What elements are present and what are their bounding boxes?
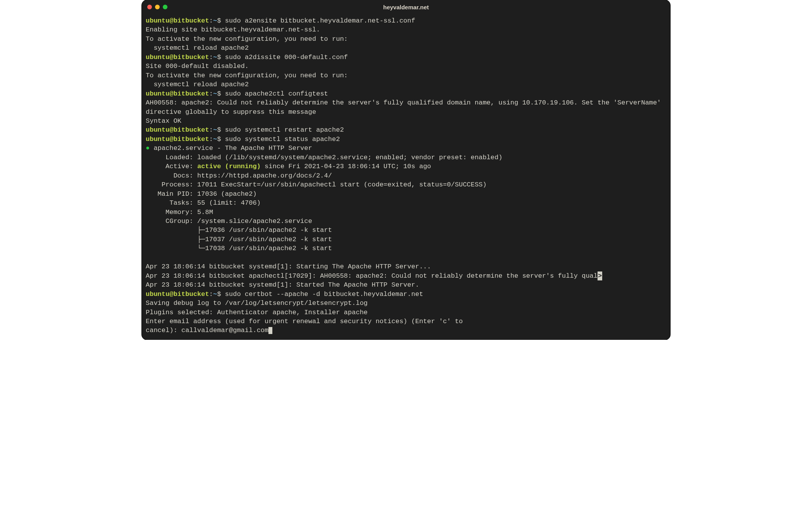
output-line: Apr 23 18:06:14 bitbucket systemd[1]: St… — [146, 281, 419, 289]
output-line: Process: 17011 ExecStart=/usr/sbin/apach… — [146, 181, 486, 188]
status-active-text: active (running) — [197, 163, 261, 170]
output-line: Site 000-default disabled. — [146, 63, 249, 70]
prompt-marker: $ — [217, 54, 221, 61]
output-line: Tasks: 55 (limit: 4706) — [146, 199, 261, 207]
output-line: CGroup: /system.slice/apache2.service — [146, 218, 312, 225]
output-line: AH00558: apache2: Could not reliably det… — [146, 99, 665, 115]
output-line: systemctl reload apache2 — [146, 44, 249, 52]
prompt-sep: : — [209, 136, 213, 143]
close-icon[interactable] — [147, 5, 152, 9]
prompt-user-host: ubuntu@bitbucket — [146, 17, 209, 24]
prompt-user-host: ubuntu@bitbucket — [146, 54, 209, 61]
minimize-icon[interactable] — [155, 5, 160, 9]
command-text: sudo apache2ctl configtest — [225, 90, 328, 97]
output-line: ├─17036 /usr/sbin/apache2 -k start — [146, 226, 332, 234]
prompt-path: ~ — [213, 136, 217, 143]
prompt-marker: $ — [217, 90, 221, 97]
output-line: apache2.service - The Apache HTTP Server — [150, 144, 312, 152]
command-text: sudo systemctl restart apache2 — [225, 126, 344, 134]
prompt-path: ~ — [213, 54, 217, 61]
output-line: Plugins selected: Authenticator apache, … — [146, 309, 368, 316]
output-line: Saving debug log to /var/log/letsencrypt… — [146, 299, 368, 307]
pager-overflow-icon: > — [598, 271, 602, 280]
output-line: Apr 23 18:06:14 bitbucket systemd[1]: St… — [146, 263, 431, 270]
prompt-marker: $ — [217, 17, 221, 24]
maximize-icon[interactable] — [163, 5, 167, 9]
command-text: sudo certbot --apache -d bitbucket.heyva… — [225, 291, 423, 298]
prompt-path: ~ — [213, 90, 217, 97]
prompt-sep: : — [209, 291, 213, 298]
output-line: Memory: 5.8M — [146, 209, 213, 216]
output-line: Syntax OK — [146, 117, 181, 125]
prompt-user-host: ubuntu@bitbucket — [146, 126, 209, 134]
output-line: systemctl reload apache2 — [146, 81, 249, 88]
output-line: Loaded: loaded (/lib/systemd/system/apac… — [146, 154, 502, 161]
output-line: Enabling site bitbucket.heyvaldemar.net-… — [146, 26, 320, 33]
terminal-output[interactable]: ubuntu@bitbucket:~$ sudo a2ensite bitbuc… — [142, 14, 670, 340]
prompt-marker: $ — [217, 136, 221, 143]
terminal-window: heyvaldemar.net ubuntu@bitbucket:~$ sudo… — [142, 0, 670, 340]
output-line: To activate the new configuration, you n… — [146, 35, 348, 43]
output-line: Enter email address (used for urgent ren… — [146, 318, 463, 325]
prompt-sep: : — [209, 90, 213, 97]
prompt-sep: : — [209, 54, 213, 61]
prompt-marker: $ — [217, 291, 221, 298]
prompt-sep: : — [209, 17, 213, 24]
window-title: heyvaldemar.net — [142, 4, 670, 10]
prompt-sep: : — [209, 126, 213, 134]
command-text: sudo a2ensite bitbucket.heyvaldemar.net-… — [225, 17, 415, 24]
prompt-path: ~ — [213, 291, 217, 298]
output-line: since Fri 2021-04-23 18:06:14 UTC; 10s a… — [261, 163, 431, 170]
status-dot-icon: ● — [146, 144, 150, 152]
command-text: sudo systemctl status apache2 — [225, 136, 340, 143]
output-line: Apr 23 18:06:14 bitbucket apachectl[1702… — [146, 272, 598, 280]
output-line: Docs: https://httpd.apache.org/docs/2.4/ — [146, 172, 332, 179]
output-line: Main PID: 17036 (apache2) — [146, 190, 257, 198]
prompt-path: ~ — [213, 126, 217, 134]
output-line: ├─17037 /usr/sbin/apache2 -k start — [146, 236, 332, 243]
output-line: To activate the new configuration, you n… — [146, 72, 348, 79]
prompt-user-host: ubuntu@bitbucket — [146, 291, 209, 298]
output-line: └─17038 /usr/sbin/apache2 -k start — [146, 245, 332, 252]
output-line: Active: — [146, 163, 197, 170]
prompt-user-host: ubuntu@bitbucket — [146, 90, 209, 97]
prompt-path: ~ — [213, 17, 217, 24]
window-controls — [147, 5, 167, 9]
prompt-user-host: ubuntu@bitbucket — [146, 136, 209, 143]
command-text: sudo a2dissite 000-default.conf — [225, 54, 348, 61]
cursor-icon — [268, 327, 272, 334]
prompt-marker: $ — [217, 126, 221, 134]
titlebar: heyvaldemar.net — [142, 0, 670, 14]
output-line: cancel): callvaldemar@gmail.com — [146, 327, 268, 334]
